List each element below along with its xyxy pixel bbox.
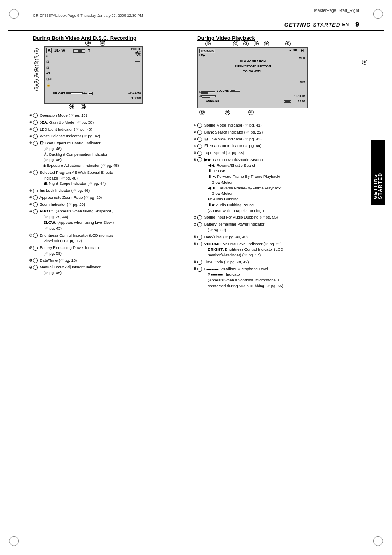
left-item-4: ④ White Balance Indicator (☞ pg. 47) [33, 133, 189, 139]
right-item-3: ③ ⊞: Live Slow Indicator (☞ pg. 43) [197, 136, 359, 142]
page-container: MasterPage: Start_Right GR-DF565PAL.book… [0, 0, 392, 555]
screen-prog-icon: ⊞AE [46, 77, 54, 81]
screen-a-icon: A [46, 48, 52, 53]
header-en: EN [342, 22, 349, 28]
rs-level-l: L [199, 91, 215, 93]
screen-battery-bar [134, 60, 141, 62]
rs-play-arrow: ▶| [301, 49, 304, 52]
rcallout-6: ⑥ [285, 41, 291, 46]
right-item-2: ② Blank Search Indicator (☞ pg. 22) [197, 129, 359, 135]
screen-t: T [88, 48, 90, 53]
bottom-callouts: ⑭ ⑬ [69, 104, 86, 109]
screen-zoom-bar [73, 49, 85, 53]
rs-sp: SP [293, 49, 297, 52]
reg-mark-tr [373, 9, 383, 19]
right-item-7b: ⑦ Battery Remaining Power Indicator (☞ p… [197, 221, 359, 233]
left-item-3: ③ LED Light Indicator (☞ pg. 43) [33, 127, 189, 132]
header-page: 9 [355, 21, 359, 28]
screen-spot-icon: ⊡ [46, 66, 49, 69]
right-section: During Video Playback ① ② ③ ④ ⑤ ⑥ 12BIT/… [197, 35, 359, 290]
callout-9: ⑨ [100, 40, 105, 46]
callout-3-pos: ③ [34, 60, 39, 66]
rcallout-9: ⑨ [225, 110, 230, 115]
right-item-10: ⑩ Time Code (☞ pg. 40, 42) [197, 259, 359, 265]
left-item-8: ⑧ Approximate Zoom Ratio (☞ pg. 20) [33, 195, 189, 200]
screen-zoom: 15x W [54, 48, 65, 53]
left-diagram-wrapper: ⑧ ⑨ ① ② ③ ④ [33, 46, 189, 104]
rcallout-4: ④ [254, 41, 259, 46]
rcallout-8: ⑧ [248, 110, 254, 115]
rs-50m: 50m [300, 81, 305, 83]
page-header: GETTING STARTED EN 9 [8, 21, 384, 31]
right-item-8: ⑧ Date/Time (☞ pg. 40, 42) [197, 234, 359, 240]
screen-time-left: 10:00 [131, 96, 141, 100]
right-screen: 12BIT/MIX LD▶ ● SP ▶| BLANK SEARCH PUSH … [197, 47, 308, 108]
rs-volume: VOLUME [217, 89, 240, 92]
left-item-6: ⑥ Selected Program AE With Special Effec… [33, 170, 189, 187]
callout-8: ⑧ [85, 40, 91, 46]
right-desc-list: ① Sound Mode Indicator (☞ pg. 41) ② Blan… [197, 122, 359, 289]
file-info: GR-DF565PAL.book Page 9 Thursday, Januar… [8, 14, 384, 18]
sidebar-getting-started: GETTING STARTED [371, 140, 385, 205]
rs-ld: LD▶ [199, 54, 205, 57]
callout-2-pos: ② [34, 54, 39, 60]
rcallout-3: ③ [243, 41, 249, 46]
rs-level-a: A [199, 95, 216, 97]
top-callouts: ⑧ ⑨ [85, 40, 105, 46]
left-item-1: ① Operation Mode (☞ pg. 15) [33, 113, 189, 118]
right-item-7a: ⑦ Sound Input For Audio Dubbing (☞ pg. 5… [197, 214, 359, 220]
left-diagram: ⑧ ⑨ ① ② ③ ④ [44, 46, 189, 104]
rcallout-5: ⑤ [264, 41, 269, 46]
right-item-5: ⑤ Tape Speed (☞ pg. 38) [197, 150, 359, 156]
rcallout-2: ② [233, 41, 238, 46]
screen-iris: 🔒 [46, 83, 51, 87]
callout-1-pos: ① [34, 48, 39, 54]
screen-bright: BRIGHT ++ ■■ [53, 92, 93, 95]
right-item-9: ⑨ VOLUME: Volume Level Indicator (☞ pg. … [197, 241, 359, 258]
rcallout-1: ① [205, 41, 211, 46]
screen-datetime-left: 10.11.05 [128, 91, 141, 94]
callout-6-pos: ⑥ [34, 79, 39, 85]
screen-50m: 50m [135, 52, 141, 55]
left-item-9: ⑨ Zoom Indicator (☞ pg. 20) [33, 202, 189, 207]
screen-battery-icon: ▪▪ [46, 54, 49, 58]
right-diagram-wrapper: ① ② ③ ④ ⑤ ⑥ 12BIT/MIX LD▶ ● SP ▶| [197, 47, 359, 115]
callout-2: ② [34, 55, 39, 60]
rs-time: 10:00 [298, 100, 305, 103]
callout-6: ⑥ [34, 79, 39, 85]
reg-mark-bl [9, 536, 19, 546]
left-item-7: ⑦ Iris Lock Indicator (☞ pg. 46) [33, 188, 189, 193]
rs-datetime: 10.11.05 [294, 94, 305, 97]
callout-5: ⑤ [34, 73, 39, 78]
callout-4: ④ [34, 67, 39, 72]
left-item-14: ⑭ Manual Focus Adjustment Indicator (☞ p… [33, 264, 189, 276]
right-section-title: During Video Playback [197, 35, 359, 41]
left-item-12: ⑫ Battery Remaining Power Indicator (☞ p… [33, 245, 189, 256]
callout-13: ⑬ [81, 104, 86, 109]
screen-wb-icon: ⊞ [46, 60, 49, 64]
rcallout-13: ⑬ [199, 110, 205, 115]
left-screen: A 15x W T PHOTO ⑩ ▪▪ ⊞ ⊡ ±3↕ [44, 46, 143, 104]
callout-5-pos: ⑤ [34, 73, 39, 78]
reg-mark-tl [9, 9, 19, 19]
left-item-10: ⑩ PHOTO: (Appears when taking Snapshot.)… [33, 208, 189, 231]
reg-mark-br [373, 536, 383, 546]
callout-7: ⑦ [34, 85, 39, 91]
screen-plus3: ±3↕ [46, 71, 52, 75]
left-item-13: ⑬ Date/Time (☞ pg. 16) [33, 258, 189, 263]
rcallout-7: ⑦ [362, 60, 367, 65]
callout-14: ⑭ [69, 104, 74, 109]
left-section: During Both Video And D.S.C. Recording ⑧… [33, 35, 189, 290]
rs-blank-search: BLANK SEARCH PUSH "STOP" BUTTON TO CANCE… [234, 59, 271, 74]
callout-4-pos: ④ [34, 67, 39, 72]
left-section-title: During Both Video And D.S.C. Recording [33, 35, 189, 41]
right-items: ① Sound Mode Indicator (☞ pg. 41) ② Blan… [197, 122, 359, 289]
left-item-11: ⑪ Brightness Control Indicator (LCD moni… [33, 233, 189, 244]
content-area: During Both Video And D.S.C. Recording ⑧… [8, 35, 384, 290]
master-page-label: MasterPage: Start_Right [8, 8, 384, 13]
rs-timecode: 20:21:25 [206, 99, 219, 103]
bottom-callouts-right: ⑬ ⑨ ⑧ [199, 110, 359, 115]
right-item-11: ⑪ L■■■■■■■ : Auxiliary Microphone Level … [197, 266, 359, 289]
rs-battery-bars [284, 100, 291, 103]
rs-mic: MIC [299, 56, 306, 60]
